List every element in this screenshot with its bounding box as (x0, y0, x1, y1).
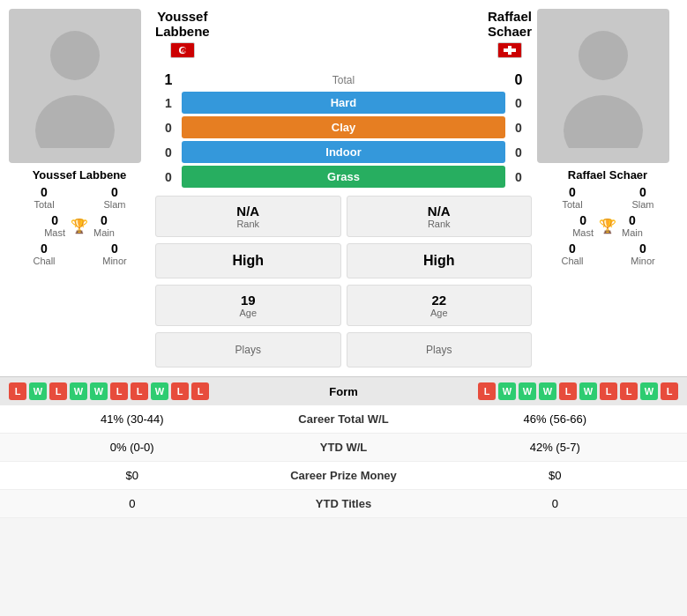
right-clay-score: 0 (505, 121, 532, 135)
stats-row: $0 Career Prize Money $0 (0, 462, 687, 490)
main-layout: Youssef Labbene 0 Total 0 Slam 0 Mast 🏆 (0, 0, 687, 376)
right-name-flag: RaffaelSchaer (488, 9, 532, 58)
form-badge: L (478, 382, 496, 400)
right-age-box: 22 Age (347, 285, 533, 326)
right-player-name: Raffael Schaer (537, 168, 678, 182)
left-player-name: Youssef Labbene (9, 168, 150, 182)
right-indoor-score: 0 (505, 145, 532, 160)
right-chall-val: 0 Chall (537, 241, 608, 266)
form-badge: W (29, 382, 47, 400)
stat-left-0: 41% (30-44) (9, 412, 256, 426)
stats-row: 0 YTD Titles 0 (0, 490, 687, 518)
hard-score-row: 1 Hard 0 (155, 92, 532, 114)
svg-point-9 (579, 31, 628, 80)
left-slam-val: 0 Slam (79, 185, 150, 210)
total-score-row: 1 Total 0 (155, 72, 532, 88)
stat-left-1: 0% (0-0) (9, 441, 256, 454)
left-grass-score: 0 (155, 170, 182, 184)
stats-row: 0% (0-0) YTD W/L 42% (5-7) (0, 434, 687, 462)
svg-rect-8 (504, 48, 516, 52)
stat-center-0: Career Total W/L (256, 412, 432, 426)
left-total-score: 1 (155, 72, 182, 88)
left-total-val: 0 Total (9, 185, 79, 210)
form-badge: W (579, 382, 597, 400)
stats-rows: 41% (30-44) Career Total W/L 46% (56-66)… (0, 405, 687, 518)
right-mast: 0 Mast (572, 213, 594, 238)
form-badge: L (49, 382, 67, 400)
right-total-val: 0 Total (537, 185, 608, 210)
form-badge: W (90, 382, 108, 400)
left-flag: ☪ (170, 42, 195, 58)
form-badge: W (539, 382, 556, 400)
middle-stats-row: N/A Rank High 19 Age Plays (155, 193, 532, 367)
stat-right-0: 46% (56-66) (432, 412, 679, 426)
stat-left-2: $0 (9, 469, 256, 482)
right-hard-score: 0 (505, 96, 532, 110)
right-form-badges: LWWWLWLLWL (478, 382, 678, 400)
total-label: Total (182, 74, 505, 86)
right-rank-box: N/A Rank (347, 196, 533, 237)
stat-center-2: Career Prize Money (256, 469, 432, 482)
form-badge: L (131, 382, 148, 400)
form-badge: L (600, 382, 617, 400)
svg-point-10 (564, 95, 643, 148)
form-section: LWLWWLLWLL Form LWWWLWLLWL (0, 376, 687, 405)
right-flag (497, 42, 522, 58)
left-rank-box: N/A Rank (155, 196, 341, 237)
left-hard-score: 1 (155, 96, 182, 110)
right-center-name: RaffaelSchaer (488, 9, 532, 39)
form-badge: L (559, 382, 577, 400)
form-badge: L (620, 382, 638, 400)
stats-row: 41% (30-44) Career Total W/L 46% (56-66) (0, 405, 687, 434)
indoor-button[interactable]: Indoor (182, 141, 505, 163)
left-center-name: YoussefLabbene (155, 9, 210, 39)
right-player-card: Raffael Schaer 0 Total 0 Slam 0 Mast 🏆 (537, 9, 678, 367)
right-total-score: 0 (505, 72, 532, 88)
indoor-score-row: 0 Indoor 0 (155, 141, 532, 163)
form-badge: L (110, 382, 128, 400)
left-trophy-icon: 🏆 (71, 218, 88, 234)
left-high-box: High (155, 243, 341, 278)
right-player-avatar (537, 9, 669, 163)
right-trophy-row: 0 Mast 🏆 0 Main (537, 213, 678, 238)
grass-button[interactable]: Grass (182, 166, 505, 188)
stat-center-1: YTD W/L (256, 441, 432, 454)
form-badge: W (519, 382, 536, 400)
left-chall-val: 0 Chall (9, 241, 79, 266)
left-clay-score: 0 (155, 121, 182, 135)
stat-center-3: YTD Titles (256, 497, 432, 510)
form-badge: W (498, 382, 516, 400)
right-minor-val: 0 Minor (608, 241, 678, 266)
left-main: 0 Main (93, 213, 115, 238)
right-player-stats: 0 Total 0 Slam 0 Mast 🏆 0 Main (537, 185, 678, 266)
left-plays-box: Plays (155, 332, 341, 367)
left-player-stats: 0 Total 0 Slam 0 Mast 🏆 0 Main (9, 185, 150, 266)
svg-point-0 (50, 31, 100, 80)
left-age-box: 19 Age (155, 285, 341, 326)
form-badge: L (9, 382, 26, 400)
form-badge: W (151, 382, 168, 400)
right-slam-val: 0 Slam (608, 185, 678, 210)
left-indoor-score: 0 (155, 145, 182, 160)
grass-score-row: 0 Grass 0 (155, 166, 532, 188)
right-plays-box: Plays (347, 332, 533, 367)
form-badge: L (171, 382, 189, 400)
right-center-stats: N/A Rank High 22 Age Plays (347, 193, 533, 367)
left-minor-val: 0 Minor (79, 241, 150, 266)
clay-score-row: 0 Clay 0 (155, 116, 532, 138)
right-grass-score: 0 (505, 170, 532, 184)
hard-button[interactable]: Hard (182, 92, 505, 114)
right-high-box: High (347, 243, 533, 278)
stat-right-3: 0 (432, 497, 679, 510)
form-label: Form (213, 385, 474, 398)
form-badge: W (640, 382, 658, 400)
clay-button[interactable]: Clay (182, 116, 505, 138)
left-trophy-row: 0 Mast 🏆 0 Main (9, 213, 150, 238)
svg-point-1 (35, 95, 115, 148)
form-badge: L (661, 382, 678, 400)
left-form-badges: LWLWWLLWLL (9, 382, 209, 400)
left-player-card: Youssef Labbene 0 Total 0 Slam 0 Mast 🏆 (9, 9, 150, 367)
left-player-avatar (9, 9, 141, 163)
stat-right-1: 42% (5-7) (432, 441, 679, 454)
right-main: 0 Main (622, 213, 643, 238)
